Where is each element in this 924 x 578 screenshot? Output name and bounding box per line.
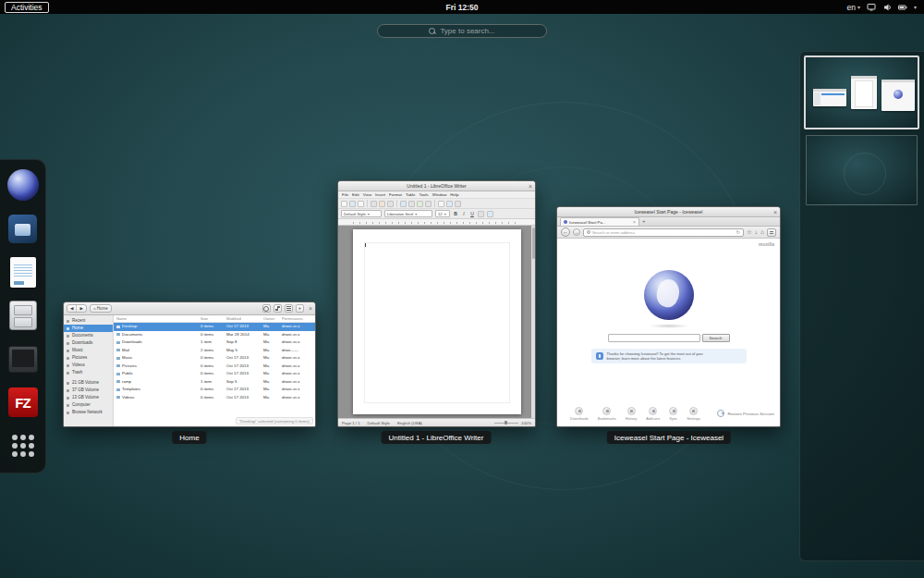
underline-icon: U [469,211,475,216]
toolbar-icon [487,211,493,217]
top-bar: Activities Fri 12:50 en ▾ ▾ [0,0,924,14]
selection-status-text: "Desktop" selected (containing 0 items) [236,417,313,424]
close-icon: × [529,182,532,191]
toolbar-separator [396,200,397,207]
sidebar-item-browse-network: Browse Network [64,409,113,416]
battery-icon[interactable] [898,3,907,12]
dash-item-filezilla[interactable]: FZ [6,385,41,420]
welcome-tip-box: Thanks for choosing Iceweasel! To get th… [591,349,747,363]
writer-formatting-toolbar: Default Style▾ Liberation Serif▾ 12▾ B I… [338,209,535,219]
settings-icon [689,407,698,415]
search-icon [262,304,271,313]
dash-item-blue-app[interactable] [6,211,41,246]
close-icon: × [773,208,777,216]
window-libreoffice-writer[interactable]: Untitled 1 - LibreOffice Writer × File E… [337,180,536,427]
menu-tools: Tools [419,192,428,197]
writer-document-icon [10,257,36,288]
toolbar-icon [371,201,377,207]
toolbar-separator [367,200,368,207]
dash-item-libreoffice-writer[interactable] [6,254,41,289]
zoom-control: 100% [494,421,531,425]
files-header-bar: ◀ ▶ ⌂Home ▾ × [64,302,315,315]
file-row: Desktop 0 itemsOct 17 2013 Madrwxr-xr-x [114,323,315,331]
file-cabinet-icon [9,301,37,330]
ruler [338,219,535,226]
file-row: Pictures 0 itemsOct 17 2013 Madrwxr-xr-x [114,363,315,371]
menu-view: View [363,192,371,197]
page-margin-guides [364,242,510,403]
writer-title-text: Untitled 1 - LibreOffice Writer [407,183,466,189]
browser-tab: Iceweasel Start Pa... × [560,217,639,226]
navigation-toolbar: ← → Search or enter address ↻ ☆ ↓ ⌂ [557,227,780,239]
menu-format: Format [389,192,402,197]
toolbar-icon [358,201,364,207]
tip-text: Thanks for choosing Iceweasel! To get th… [607,351,703,362]
activities-button[interactable]: Activities [5,2,49,13]
column-owner: Owner [263,315,282,322]
page-indicator: Page 1 / 1 [342,421,360,425]
iceweasel-icon [7,169,39,201]
show-applications-button[interactable] [6,428,41,463]
document-page [353,229,521,414]
sidebar-item-videos: Videos [64,362,113,369]
shortcut-history: History [626,407,637,422]
dash-item-terminal[interactable] [6,341,41,376]
font-name-dropdown: Liberation Serif▾ [384,210,432,217]
column-size: Size [201,315,226,322]
file-row: Downloads 1 itemSep 8 Madrwxr-xr-x [114,338,315,347]
workspace-thumbnail-active[interactable] [804,55,919,129]
shortcut-sync: Sync [669,407,677,422]
workspace-thumbnail-empty[interactable] [806,135,918,205]
sidebar-item-music: Music [64,347,113,354]
column-permissions: Permissions [282,315,315,322]
start-page: mozilla Search Thanks for choosing Icewe… [557,239,780,426]
display-icon[interactable] [867,3,876,12]
file-row: Public 0 itemsOct 17 2013 Madrwxr-xr-x [114,370,315,378]
shortcut-addons: Add-ons [646,407,660,422]
window-files[interactable]: ◀ ▶ ⌂Home ▾ × Recent Home Documents Down… [63,301,316,427]
system-status-area[interactable]: en ▾ ▾ [847,3,918,12]
mini-window-files [813,89,846,106]
volume-icon[interactable] [882,3,892,12]
toolbar-separator [434,200,435,207]
clock[interactable]: Fri 12:50 [446,3,479,12]
terminal-icon [8,346,38,373]
list-view-icon [285,304,293,313]
mini-page [855,80,873,107]
style-indicator: Default Style [368,421,390,425]
chevron-down-icon[interactable]: ▾ [914,4,917,10]
dash-item-iceweasel[interactable] [6,167,41,203]
folder-icon [116,373,120,375]
sidebar-item-downloads: Downloads [64,339,113,347]
file-row: Templates 0 itemsOct 17 2013 Madrwxr-xr-… [114,386,315,394]
sync-icon [669,407,677,415]
column-name: Name [116,315,201,322]
document-area [338,226,535,418]
paragraph-style-dropdown: Default Style▾ [341,210,382,217]
keyboard-layout-indicator[interactable]: en ▾ [847,3,860,12]
forward-icon: → [573,228,580,236]
window-iceweasel[interactable]: Iceweasel Start Page - Iceweasel × Icewe… [556,206,781,427]
forward-icon: ▶ [76,305,85,312]
back-icon: ◀ [67,305,76,312]
search-input[interactable]: Type to search... [377,24,547,38]
sidebar-item-volume: 37 GB Volume [64,387,113,394]
search-placeholder: Type to search... [440,27,494,35]
toolbar-icon [349,201,356,207]
mozilla-wordmark: mozilla [759,241,774,247]
folder-icon [116,333,120,336]
writer-standard-toolbar [338,199,535,209]
file-row: Mail 2 itemsMay 5 Madrwx------ [114,347,315,355]
toolbar-icon [425,201,432,207]
folder-icon [116,364,120,367]
menu-help: Help [450,192,458,197]
dash-item-files[interactable] [6,298,41,333]
sidebar-item-trash: Trash [64,369,113,376]
toolbar-icon [379,201,385,207]
menu-edit: Edit [352,192,359,197]
logo-shadow [649,324,689,328]
files-list-pane: Name Size Modified Owner Permissions Des… [114,315,315,426]
shortcut-bookmarks: Bookmarks [598,407,616,422]
file-row: Documents 0 itemsMar 28 2014 Madrwxr-xr-… [114,331,315,339]
mini-sidebar [814,92,821,106]
